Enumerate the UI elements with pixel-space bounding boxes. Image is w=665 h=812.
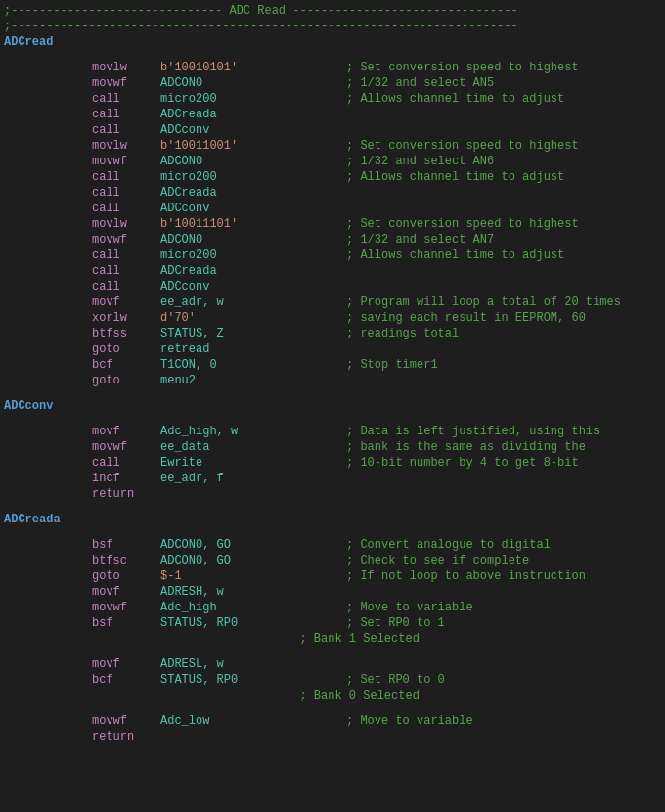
mnemonic: xorlw bbox=[92, 311, 160, 325]
code-line: ;---------------------------------------… bbox=[0, 20, 665, 35]
mnemonic: movf bbox=[92, 425, 160, 438]
operand: ADCreada bbox=[160, 264, 346, 278]
mnemonic: goto bbox=[92, 374, 160, 387]
mnemonic: call bbox=[92, 202, 160, 215]
operand: b'10011001' bbox=[160, 139, 346, 153]
operand: ADCreada bbox=[160, 108, 346, 121]
operand: d'70' bbox=[160, 311, 346, 325]
code-line: btfssSTATUS, Z; readings total bbox=[0, 327, 665, 342]
mnemonic: movwf bbox=[92, 440, 160, 454]
mnemonic: incf bbox=[92, 472, 160, 485]
mnemonic: call bbox=[92, 186, 160, 200]
empty-line bbox=[0, 51, 665, 61]
mnemonic: btfss bbox=[92, 327, 160, 340]
mnemonic: movwf bbox=[92, 76, 160, 90]
comment: ; Move to variable bbox=[346, 714, 661, 728]
operand: retread bbox=[160, 342, 346, 356]
mnemonic: movf bbox=[92, 295, 160, 309]
comment: ; Set RP0 to 0 bbox=[346, 673, 661, 687]
comment: ; Convert analogue to digital bbox=[346, 538, 661, 552]
mnemonic: return bbox=[92, 730, 160, 744]
operand: micro200 bbox=[160, 92, 346, 106]
comment: ; Allows channel time to adjust bbox=[346, 248, 661, 262]
mnemonic: movlw bbox=[92, 61, 160, 74]
code-line: return bbox=[0, 487, 665, 503]
code-line: xorlwd'70'; saving each result in EEPROM… bbox=[0, 311, 665, 327]
operand: STATUS, RP0 bbox=[160, 673, 346, 687]
operand: ADRESH, w bbox=[160, 585, 346, 599]
mnemonic: movwf bbox=[92, 601, 160, 614]
code-line: bsfSTATUS, RP0; Set RP0 to 1 bbox=[0, 616, 665, 632]
operand: STATUS, RP0 bbox=[160, 616, 346, 630]
empty-line bbox=[0, 415, 665, 425]
comment: ; Set conversion speed to highest bbox=[346, 61, 661, 74]
code-line: movwfAdc_low; Move to variable bbox=[0, 714, 665, 730]
code-line: movwfADCON0; 1/32 and select AN7 bbox=[0, 233, 665, 248]
code-line: callmicro200; Allows channel time to adj… bbox=[0, 92, 665, 108]
operand: b'10010101' bbox=[160, 61, 346, 74]
comment-line: ; Bank 1 Selected bbox=[4, 632, 420, 646]
mnemonic: call bbox=[92, 170, 160, 184]
code-line: movwfADCON0; 1/32 and select AN6 bbox=[0, 155, 665, 170]
mnemonic: call bbox=[92, 248, 160, 262]
operand: ADCON0, GO bbox=[160, 554, 346, 567]
code-line: callADCreada bbox=[0, 108, 665, 123]
comment: ; If not loop to above instruction bbox=[346, 569, 661, 583]
code-line: goto$-1; If not loop to above instructio… bbox=[0, 569, 665, 585]
mnemonic: call bbox=[92, 123, 160, 137]
comment: ; bank is the same as dividing the bbox=[346, 440, 661, 454]
mnemonic: movf bbox=[92, 585, 160, 599]
code-line: gotomenu2 bbox=[0, 374, 665, 389]
empty-line bbox=[0, 389, 665, 399]
operand: $-1 bbox=[160, 569, 346, 583]
code-line: callEwrite; 10-bit number by 4 to get 8-… bbox=[0, 456, 665, 472]
code-line: movwfee_data; bank is the same as dividi… bbox=[0, 440, 665, 456]
operand: ee_adr, w bbox=[160, 295, 346, 309]
operand: ADCON0 bbox=[160, 76, 346, 90]
operand: micro200 bbox=[160, 248, 346, 262]
code-line: callmicro200; Allows channel time to adj… bbox=[0, 170, 665, 186]
code-line: callADCreada bbox=[0, 264, 665, 280]
code-line: callmicro200; Allows channel time to adj… bbox=[0, 248, 665, 264]
code-line: ;------------------------------ ADC Read… bbox=[0, 4, 665, 20]
empty-line bbox=[0, 648, 665, 657]
mnemonic: call bbox=[92, 108, 160, 121]
comment: ; 10-bit number by 4 to get 8-bit bbox=[346, 456, 661, 470]
section-label: ADCreada bbox=[4, 513, 61, 526]
operand: ADCconv bbox=[160, 280, 346, 293]
mnemonic: bcf bbox=[92, 358, 160, 372]
code-container: ;------------------------------ ADC Read… bbox=[0, 0, 665, 749]
code-line: ; Bank 1 Selected bbox=[0, 632, 665, 648]
comment: ; 1/32 and select AN6 bbox=[346, 155, 661, 168]
operand: menu2 bbox=[160, 374, 346, 387]
operand: Adc_high, w bbox=[160, 425, 346, 438]
mnemonic: call bbox=[92, 264, 160, 278]
mnemonic: goto bbox=[92, 569, 160, 583]
comment: ; saving each result in EEPROM, 60 bbox=[346, 311, 661, 325]
code-line: ADCconv bbox=[0, 399, 665, 415]
comment: ; Stop timer1 bbox=[346, 358, 661, 372]
operand: Adc_high bbox=[160, 601, 346, 614]
operand: ADRESL, w bbox=[160, 657, 346, 671]
code-line: callADCreada bbox=[0, 186, 665, 202]
code-line: movlwb'10010101'; Set conversion speed t… bbox=[0, 61, 665, 76]
code-line: movfADRESL, w bbox=[0, 657, 665, 673]
code-line: gotoretread bbox=[0, 342, 665, 358]
code-line: bcfSTATUS, RP0; Set RP0 to 0 bbox=[0, 673, 665, 689]
operand: ADCconv bbox=[160, 202, 346, 215]
code-line: movfee_adr, w; Program will loop a total… bbox=[0, 295, 665, 311]
operand: Adc_low bbox=[160, 714, 346, 728]
operand: micro200 bbox=[160, 170, 346, 184]
operand: STATUS, Z bbox=[160, 327, 346, 340]
code-line: movfADRESH, w bbox=[0, 585, 665, 601]
comment: ; Set conversion speed to highest bbox=[346, 217, 661, 231]
operand: Ewrite bbox=[160, 456, 346, 470]
comment: ; Move to variable bbox=[346, 601, 661, 614]
mnemonic: btfsc bbox=[92, 554, 160, 567]
code-line: callADCconv bbox=[0, 202, 665, 217]
code-line: callADCconv bbox=[0, 123, 665, 139]
operand: ADCON0 bbox=[160, 155, 346, 168]
comment: ; Data is left justified, using this bbox=[346, 425, 661, 438]
code-line: incfee_adr, f bbox=[0, 472, 665, 487]
mnemonic: bcf bbox=[92, 673, 160, 687]
